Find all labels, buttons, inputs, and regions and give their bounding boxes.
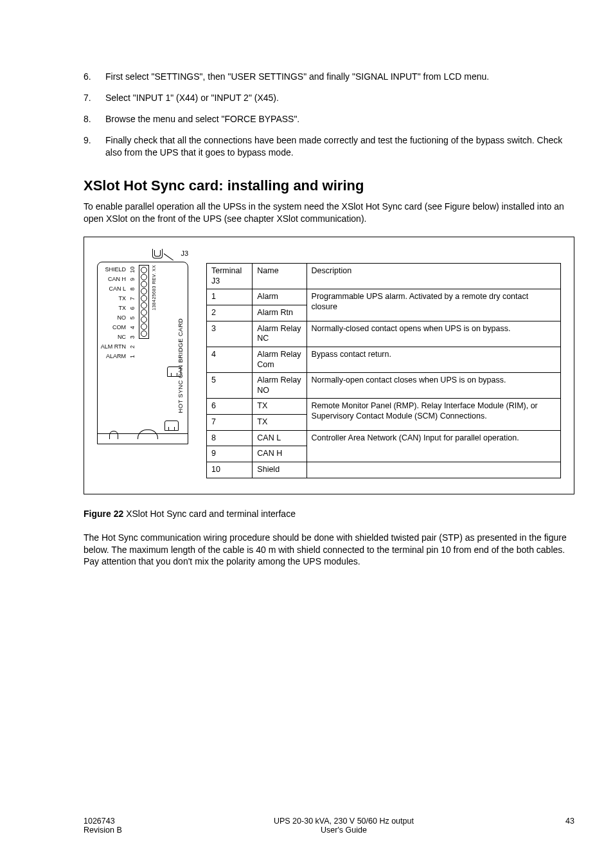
footer-center: UPS 20-30 kVA, 230 V 50/60 Hz output Use… bbox=[274, 817, 414, 835]
cell-terminal: 6 bbox=[207, 399, 253, 415]
terminal-hole-icon bbox=[141, 316, 147, 323]
cell-terminal: 8 bbox=[207, 430, 253, 446]
step-number: 6. bbox=[84, 71, 105, 83]
cell-name: CAN H bbox=[253, 446, 306, 462]
step-number: 8. bbox=[84, 113, 105, 125]
section-description: To enable parallel operation all the UPS… bbox=[84, 201, 574, 225]
pin-name: ALM RTN bbox=[100, 342, 126, 352]
column-header: Description bbox=[306, 264, 560, 289]
board-code-label: 138425683 REV. XX bbox=[152, 265, 156, 312]
leader-line-icon bbox=[164, 253, 173, 260]
pin-name: TX bbox=[100, 303, 126, 313]
cell-name: Alarm bbox=[253, 289, 306, 305]
cell-description: Remote Monitor Panel (RMP). Relay Interf… bbox=[306, 399, 560, 430]
column-header: Terminal J3 bbox=[207, 264, 253, 289]
cell-terminal: 1 bbox=[207, 289, 253, 305]
figure-number: Figure 22 bbox=[84, 509, 123, 519]
card-outline: SHIELD CAN H CAN L TX TX NO COM NC ALM R… bbox=[97, 262, 188, 444]
table-row: 5 Alarm Relay NO Normally-open contact c… bbox=[207, 373, 561, 399]
j3-label: J3 bbox=[181, 249, 188, 257]
step-text: Browse the menu and select "FORCE BYPASS… bbox=[105, 113, 574, 125]
cell-description: Normally-closed contact opens when UPS i… bbox=[306, 321, 560, 347]
cell-description: Normally-open contact closes when UPS is… bbox=[306, 373, 560, 399]
footer-right: 43 bbox=[565, 817, 574, 835]
terminal-hole-icon bbox=[141, 274, 147, 280]
list-item: 6.First select "SETTINGS", then "USER SE… bbox=[84, 71, 574, 83]
figure-title: XSlot Hot Sync card and terminal interfa… bbox=[123, 509, 296, 519]
pin-number: 3 bbox=[128, 334, 138, 341]
figure-container: J3 SHIELD CAN H CAN L TX TX NO COM NC AL… bbox=[84, 237, 574, 494]
step-number: 9. bbox=[84, 134, 105, 159]
pin-number: 7 bbox=[128, 295, 138, 303]
pin-number: 10 bbox=[128, 266, 138, 274]
cell-description: Programmable UPS alarm. Activated by a r… bbox=[306, 289, 560, 321]
cell-name: Alarm Rtn bbox=[253, 305, 306, 321]
mount-hole-icon bbox=[109, 431, 118, 439]
pin-table: Terminal J3 Name Description 1 Alarm Pro… bbox=[206, 263, 561, 478]
card-diagram: J3 SHIELD CAN H CAN L TX TX NO COM NC AL… bbox=[97, 246, 188, 444]
cell-terminal: 9 bbox=[207, 446, 253, 462]
terminal-hole-icon bbox=[141, 302, 147, 309]
body-paragraph: The Hot Sync communication wiring proced… bbox=[84, 532, 574, 568]
pin-number: 4 bbox=[128, 324, 138, 332]
list-item: 7.Select "INPUT 1" (X44) or "INPUT 2" (X… bbox=[84, 92, 574, 104]
cell-terminal: 3 bbox=[207, 321, 253, 347]
pin-number: 5 bbox=[128, 314, 138, 322]
pin-number: 1 bbox=[128, 353, 138, 361]
cell-name: Alarm Relay Com bbox=[253, 347, 306, 372]
cell-name: Shield bbox=[253, 462, 306, 478]
step-text: Finally check that all the connections h… bbox=[105, 134, 574, 159]
terminal-hole-icon bbox=[141, 267, 147, 273]
section-heading: XSlot Hot Sync card: installing and wiri… bbox=[84, 177, 574, 194]
doc-subtitle: User's Guide bbox=[274, 826, 414, 835]
page-number: 43 bbox=[565, 817, 574, 826]
table-header-row: Terminal J3 Name Description bbox=[207, 264, 561, 289]
pin-name: COM bbox=[100, 323, 126, 332]
pin-name: CAN L bbox=[100, 284, 126, 294]
terminal-hole-icon bbox=[141, 295, 147, 302]
column-header: Name bbox=[253, 264, 306, 289]
card-edge-icon bbox=[98, 433, 188, 444]
figure-caption: Figure 22 XSlot Hot Sync card and termin… bbox=[84, 509, 574, 519]
board-name-label: HOT SYNC CAN BRIDGE CARD bbox=[177, 318, 184, 413]
cell-terminal: 2 bbox=[207, 305, 253, 321]
table-row: 10 Shield bbox=[207, 462, 561, 478]
cell-description: Bypass contact return. bbox=[306, 347, 560, 372]
step-text: First select "SETTINGS", then "USER SETT… bbox=[105, 71, 574, 83]
terminal-hole-icon bbox=[141, 281, 147, 287]
pin-number: 6 bbox=[128, 305, 138, 312]
pin-name-column: SHIELD CAN H CAN L TX TX NO COM NC ALM R… bbox=[100, 265, 126, 361]
terminal-hole-icon bbox=[141, 309, 147, 316]
cell-name: TX bbox=[253, 415, 306, 431]
pin-number: 2 bbox=[128, 343, 138, 351]
cell-name: Alarm Relay NC bbox=[253, 321, 306, 347]
pin-name: ALARM bbox=[100, 352, 126, 361]
doc-revision: Revision B bbox=[84, 826, 122, 835]
rj-jack-icon bbox=[164, 420, 179, 431]
pin-number: 9 bbox=[128, 276, 138, 284]
doc-number: 1026743 bbox=[84, 817, 122, 826]
table-row: 6 TX Remote Monitor Panel (RMP). Relay I… bbox=[207, 399, 561, 415]
terminal-hole-icon bbox=[141, 330, 147, 337]
terminal-hole-icon bbox=[141, 288, 147, 294]
pin-name: NC bbox=[100, 332, 126, 342]
cell-terminal: 10 bbox=[207, 462, 253, 478]
pin-table-container: Terminal J3 Name Description 1 Alarm Pro… bbox=[206, 246, 561, 478]
cell-name: TX bbox=[253, 399, 306, 415]
table-row: 1 Alarm Programmable UPS alarm. Activate… bbox=[207, 289, 561, 305]
pin-number: 8 bbox=[128, 285, 138, 293]
cell-terminal: 5 bbox=[207, 373, 253, 399]
cell-description: Controller Area Network (CAN) Input for … bbox=[306, 430, 560, 462]
pin-name: NO bbox=[100, 313, 126, 323]
list-item: 8.Browse the menu and select "FORCE BYPA… bbox=[84, 113, 574, 125]
cell-terminal: 7 bbox=[207, 415, 253, 431]
pin-name: SHIELD bbox=[100, 265, 126, 275]
pin-name: CAN H bbox=[100, 275, 126, 284]
j3-connector-icon bbox=[152, 249, 163, 258]
pin-name: TX bbox=[100, 294, 126, 303]
footer-left: 1026743 Revision B bbox=[84, 817, 122, 835]
cell-terminal: 4 bbox=[207, 347, 253, 372]
terminal-hole-icon bbox=[141, 323, 147, 330]
page-footer: 1026743 Revision B UPS 20-30 kVA, 230 V … bbox=[84, 817, 574, 835]
cell-name: CAN L bbox=[253, 430, 306, 446]
